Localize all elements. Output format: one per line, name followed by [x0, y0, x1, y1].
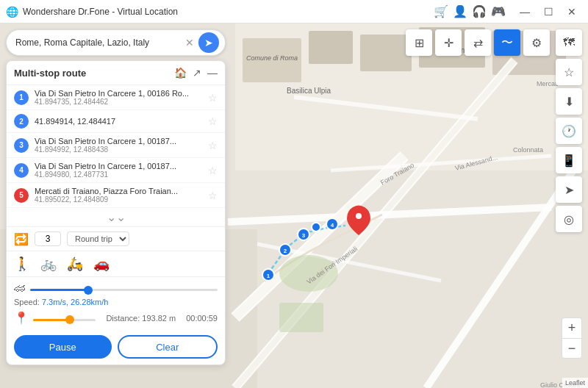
speed-row: 🏎 Speed: 7.3m/s, 26.28km/h: [7, 277, 225, 308]
clear-button[interactable]: Clear: [118, 335, 218, 359]
route-header-actions: 🏠 ↗ —: [174, 67, 218, 79]
stop-name-4: Via Di San Pietro In Carcere 1, 00187...: [35, 162, 205, 170]
speed-value: 7.3m/s: [42, 298, 66, 306]
route-home-icon[interactable]: 🏠: [174, 67, 187, 79]
distance-slider-container: [33, 313, 96, 323]
grid-tool-button[interactable]: ⊞: [406, 29, 432, 56]
distance-label: Distance: 193.82 m: [106, 314, 176, 323]
elapsed-time: 00:00:59: [186, 314, 218, 323]
stop-star-3[interactable]: ☆: [208, 140, 218, 151]
google-maps-button[interactable]: 🗺: [556, 29, 582, 56]
stop-info-4: Via Di San Pietro In Carcere 1, 00187...…: [35, 162, 205, 179]
minimize-button[interactable]: —: [514, 1, 535, 22]
scooter-icon[interactable]: 🛵: [67, 256, 83, 272]
search-input[interactable]: [15, 37, 185, 48]
zoom-out-button[interactable]: −: [562, 338, 582, 359]
stop-coords-4: 41.894980, 12.487731: [35, 170, 205, 179]
expand-icon[interactable]: ⌄⌄: [107, 210, 126, 224]
walk-icon[interactable]: 🚶: [14, 256, 30, 272]
car-icon[interactable]: 🚗: [93, 256, 110, 272]
speedometer-icon: 🏎: [14, 281, 26, 295]
crosshair-tool-button[interactable]: ✛: [435, 29, 462, 56]
route-stop-3: 3 Via Di San Pietro In Carcere 1, 00187.…: [7, 133, 225, 158]
route-minimize-icon[interactable]: —: [207, 67, 218, 79]
search-go-button[interactable]: ➤: [198, 32, 219, 53]
multi-route-tool-button[interactable]: 〜: [494, 29, 520, 56]
location-pin-icon: 📍: [14, 311, 29, 325]
zoom-controls: + −: [562, 317, 582, 359]
stop-star-2[interactable]: ☆: [208, 115, 218, 127]
window-controls: — ☐ ✕: [514, 1, 582, 22]
svg-rect-18: [279, 303, 323, 332]
stop-star-4[interactable]: ☆: [208, 165, 218, 176]
svg-text:Comune di Roma: Comune di Roma: [246, 54, 298, 62]
zoom-in-button[interactable]: +: [562, 317, 582, 338]
distance-slider[interactable]: [33, 319, 96, 321]
map-top-toolbar: ⊞ ✛ ⇄ 〜 ⚙: [406, 29, 550, 56]
stop-number-3: 3: [14, 138, 29, 153]
route-header: Multi-stop route 🏠 ↗ —: [7, 61, 225, 85]
distance-row: 📍 Distance: 193.82 m 00:00:59: [7, 308, 225, 329]
stop-coords-3: 41.894992, 12.488438: [35, 146, 205, 154]
pause-button[interactable]: Pause: [14, 335, 112, 359]
stop-info-1: Via Di San Pietro In Carcere 1, 00186 Ro…: [35, 89, 205, 106]
close-button[interactable]: ✕: [562, 1, 582, 22]
leaflet-attribution: Leaflet: [562, 378, 588, 388]
maximize-button[interactable]: ☐: [538, 1, 559, 22]
svg-rect-4: [309, 31, 353, 64]
download-button[interactable]: ⬇: [556, 88, 582, 115]
stop-star-1[interactable]: ☆: [208, 92, 218, 104]
route-title: Multi-stop route: [14, 68, 174, 79]
svg-text:Basilica Ulpia: Basilica Ulpia: [287, 87, 331, 95]
bike-icon[interactable]: 🚲: [40, 256, 57, 272]
stop-coords-5: 41.895022, 12.484809: [35, 195, 205, 204]
svg-text:Colonnata: Colonnata: [513, 146, 543, 154]
controls-row: 🔁 Round trip One-way: [7, 227, 225, 251]
history-button[interactable]: 🕐: [556, 118, 582, 144]
stop-number-1: 1: [14, 90, 29, 105]
device-button[interactable]: 📱: [556, 147, 582, 173]
repeat-count-input[interactable]: [35, 231, 61, 246]
svg-text:4: 4: [331, 222, 334, 229]
stop-name-2: 41.894914, 12.484417: [35, 117, 205, 126]
route-panel: Multi-stop route 🏠 ↗ — 1 Via Di San Piet…: [6, 60, 226, 365]
left-panel: ✕ ➤ Multi-stop route 🏠 ↗ — 1 Via Di San …: [0, 24, 232, 388]
speed-kmh: 26.28km/h: [71, 298, 108, 306]
route-export-icon[interactable]: ↗: [193, 67, 201, 79]
favorites-button[interactable]: ☆: [556, 59, 582, 85]
stop-star-5[interactable]: ☆: [208, 190, 218, 201]
settings-tool-button[interactable]: ⚙: [523, 29, 550, 56]
speed-slider[interactable]: [30, 289, 218, 291]
route-stop-2: 2 41.894914, 12.484417 ☆: [7, 110, 225, 133]
app-title: Wondershare Dr.Fone - Virtual Location: [23, 7, 434, 17]
stop-name-1: Via Di San Pietro In Carcere 1, 00186 Ro…: [35, 89, 205, 98]
stop-info-2: 41.894914, 12.484417: [35, 117, 205, 126]
cart-icon[interactable]: 🛒: [434, 4, 448, 18]
trip-type-select[interactable]: Round trip One-way: [67, 231, 129, 246]
titlebar: 🌐 Wondershare Dr.Fone - Virtual Location…: [0, 0, 588, 24]
stop-coords-1: 41.894735, 12.484462: [35, 98, 205, 106]
app-icon: 🌐: [6, 6, 18, 18]
svg-point-28: [356, 213, 362, 219]
route-stop-4: 4 Via Di San Pietro In Carcere 1, 00187.…: [7, 158, 225, 183]
svg-point-17: [279, 255, 338, 292]
action-buttons: Pause Clear: [7, 329, 225, 364]
repeat-icon: 🔁: [14, 232, 29, 246]
svg-text:1: 1: [267, 273, 270, 279]
stop-number-4: 4: [14, 163, 29, 178]
route-stop-5: 5 Mercati di Traiano, Piazza Foro Traian…: [7, 183, 225, 208]
svg-rect-5: [360, 35, 412, 71]
navigate-button[interactable]: ➤: [556, 176, 582, 203]
stop-name-3: Via Di San Pietro In Carcere 1, 00187...: [35, 137, 205, 146]
support-icon[interactable]: 🎧: [472, 4, 487, 18]
svg-point-25: [312, 223, 320, 231]
location-button[interactable]: ◎: [556, 206, 582, 232]
swap-tool-button[interactable]: ⇄: [465, 29, 491, 56]
transport-row: 🚶 🚲 🛵 🚗: [7, 251, 225, 277]
main-area: 1 2 3 4 Via Alessand... Via dei Fori Imp…: [0, 24, 588, 388]
search-clear-icon[interactable]: ✕: [185, 37, 194, 48]
expand-row: ⌄⌄: [7, 208, 225, 227]
header-icons: 🛒 👤 🎧 🎮: [434, 4, 506, 18]
account-icon[interactable]: 👤: [453, 4, 467, 18]
gift-icon[interactable]: 🎮: [491, 4, 506, 18]
